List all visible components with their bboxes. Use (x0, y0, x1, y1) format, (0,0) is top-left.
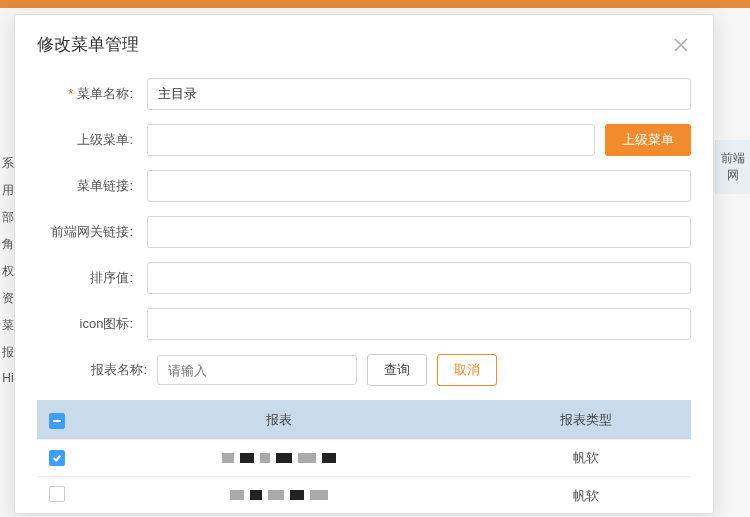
table-row: 帆软 (37, 440, 691, 477)
modal-title: 修改菜单管理 (37, 33, 139, 56)
label-menu-link: 菜单链接: (37, 177, 147, 195)
menu-link-input[interactable] (147, 170, 691, 202)
cell-report-type: 帆软 (480, 440, 691, 477)
bg-column-header: 前端网 (715, 140, 750, 194)
cancel-button[interactable]: 取消 (437, 354, 497, 386)
col-report-type: 报表类型 (480, 400, 691, 440)
edit-menu-modal: 修改菜单管理 菜单名称: 上级菜单: 上级菜单 菜单链接: 前端网关链接 (14, 14, 714, 514)
cell-report-name (77, 440, 480, 477)
cell-report-name (77, 477, 480, 514)
menu-name-input[interactable] (147, 78, 691, 110)
label-gateway-link: 前端网关链接: (37, 223, 147, 241)
label-report-name: 报表名称: (87, 361, 147, 379)
gateway-link-input[interactable] (147, 216, 691, 248)
sort-value-input[interactable] (147, 262, 691, 294)
row-checkbox[interactable] (49, 486, 65, 502)
label-parent-menu: 上级菜单: (37, 131, 147, 149)
label-icon: icon图标: (37, 315, 147, 333)
cell-report-type: 帆软 (480, 477, 691, 514)
row-checkbox[interactable] (49, 450, 65, 466)
label-menu-name: 菜单名称: (37, 85, 147, 103)
col-report-name: 报表 (77, 400, 480, 440)
parent-menu-input[interactable] (147, 124, 595, 156)
close-icon[interactable] (671, 35, 691, 55)
parent-menu-button[interactable]: 上级菜单 (605, 124, 691, 156)
select-all-checkbox[interactable] (49, 413, 65, 429)
report-name-search-input[interactable] (157, 355, 357, 385)
label-sort-value: 排序值: (37, 269, 147, 287)
query-button[interactable]: 查询 (367, 354, 427, 386)
icon-input[interactable] (147, 308, 691, 340)
table-row: 帆软 (37, 477, 691, 514)
report-table: 报表 报表类型 帆软帆软帆软帆软 (37, 400, 691, 513)
